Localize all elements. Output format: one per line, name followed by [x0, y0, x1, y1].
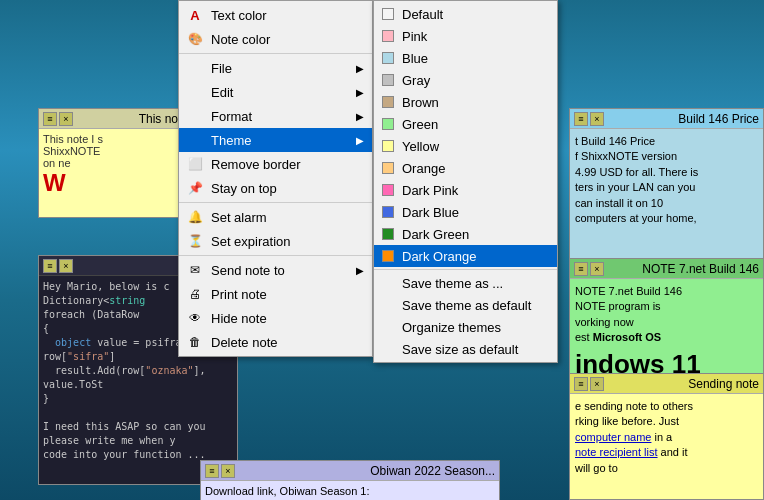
theme-pink[interactable]: Pink	[374, 25, 557, 47]
theme-default[interactable]: Default	[374, 3, 557, 25]
menu-item-stay-top[interactable]: 📌 Stay on top	[179, 176, 372, 200]
default-label: Default	[402, 7, 549, 22]
note-sending-title: Sending note	[688, 377, 759, 391]
blue-line4: ters in your LAN can you	[575, 180, 758, 195]
brown-label: Brown	[402, 95, 549, 110]
theme-gray[interactable]: Gray	[374, 69, 557, 91]
sending-line2: rking like before. Just	[575, 414, 758, 429]
theme-dark-green[interactable]: Dark Green	[374, 223, 557, 245]
save-default-label: Save theme as default	[402, 298, 549, 313]
dark-orange-label: Dark Orange	[402, 249, 549, 264]
theme-save-as[interactable]: Save theme as ...	[374, 272, 557, 294]
format-arrow-icon: ▶	[356, 111, 364, 122]
pink-label: Pink	[402, 29, 549, 44]
note-sending-close-btn[interactable]: ×	[590, 377, 604, 391]
pink-swatch	[382, 30, 394, 42]
note-sending-menu-btn[interactable]: ≡	[574, 377, 588, 391]
theme-save-default[interactable]: Save theme as default	[374, 294, 557, 316]
note-bottom-close-btn[interactable]: ×	[221, 464, 235, 478]
menu-item-set-expiration[interactable]: ⏳ Set expiration	[179, 229, 372, 253]
context-menu: A Text color 🎨 Note color File ▶ Edit ▶ …	[178, 0, 373, 357]
menu-item-edit[interactable]: Edit ▶	[179, 80, 372, 104]
remove-border-icon: ⬜	[187, 156, 203, 172]
menu-item-text-color[interactable]: A Text color	[179, 3, 372, 27]
note-sending-icons: ≡ ×	[574, 377, 604, 391]
theme-dark-blue[interactable]: Dark Blue	[374, 201, 557, 223]
theme-dark-pink[interactable]: Dark Pink	[374, 179, 557, 201]
blue-line1: t Build 146 Price	[575, 134, 758, 149]
note-content: This note I s ShixxNOTE on ne W	[39, 129, 192, 201]
note-bottom-title: Obiwan 2022 Season...	[370, 464, 495, 478]
note-sending-content: e sending note to others rking like befo…	[570, 394, 763, 481]
green-swatch	[382, 118, 394, 130]
green-line1: NOTE 7.net Build 146	[575, 284, 758, 299]
menu-sep-3	[179, 255, 372, 256]
menu-item-note-color[interactable]: 🎨 Note color	[179, 27, 372, 51]
green-line3: vorking now	[575, 315, 758, 330]
save-as-swatch	[382, 277, 394, 289]
note-green-titlebar: ≡ × NOTE 7.net Build 146	[570, 259, 763, 279]
green-label: Green	[402, 117, 549, 132]
green-line2: NOTE program is	[575, 299, 758, 314]
hide-note-label: Hide note	[211, 311, 364, 326]
note-bottom-titlebar: ≡ × Obiwan 2022 Season...	[201, 461, 499, 481]
edit-icon	[187, 84, 203, 100]
remove-border-label: Remove border	[211, 157, 364, 172]
note-green-content: NOTE 7.net Build 146 NOTE program is vor…	[570, 279, 763, 387]
save-as-label: Save theme as ...	[402, 276, 549, 291]
menu-item-send-note[interactable]: ✉ Send note to ▶	[179, 258, 372, 282]
sending-line1: e sending note to others	[575, 399, 758, 414]
note-code-icons: ≡ ×	[43, 259, 73, 273]
menu-item-format[interactable]: Format ▶	[179, 104, 372, 128]
format-icon	[187, 108, 203, 124]
note-bottom: ≡ × Obiwan 2022 Season... Download link,…	[200, 460, 500, 500]
note-color-label: Note color	[211, 32, 364, 47]
menu-item-theme[interactable]: Theme ▶	[179, 128, 372, 152]
theme-blue[interactable]: Blue	[374, 47, 557, 69]
note-blue-icons: ≡ ×	[574, 112, 604, 126]
note-close-btn[interactable]: ×	[59, 112, 73, 126]
note-brand: ShixxNOTE	[43, 145, 188, 157]
note-green-close-btn[interactable]: ×	[590, 262, 604, 276]
theme-dark-orange[interactable]: Dark Orange	[374, 245, 557, 267]
blue-line5: can install it on 10	[575, 196, 758, 211]
note-blue-titlebar: ≡ × Build 146 Price	[570, 109, 763, 129]
theme-brown[interactable]: Brown	[374, 91, 557, 113]
dark-green-swatch	[382, 228, 394, 240]
note-blue-content: t Build 146 Price f ShixxNOTE version 4.…	[570, 129, 763, 231]
menu-sep-1	[179, 53, 372, 54]
gray-swatch	[382, 74, 394, 86]
menu-item-print-note[interactable]: 🖨 Print note	[179, 282, 372, 306]
menu-item-delete-note[interactable]: 🗑 Delete note	[179, 330, 372, 354]
note-code-menu-btn[interactable]: ≡	[43, 259, 57, 273]
menu-item-remove-border[interactable]: ⬜ Remove border	[179, 152, 372, 176]
menu-item-file[interactable]: File ▶	[179, 56, 372, 80]
save-size-label: Save size as default	[402, 342, 549, 357]
theme-icon	[187, 132, 203, 148]
orange-swatch	[382, 162, 394, 174]
text-color-icon: A	[187, 7, 203, 23]
note-menu-btn[interactable]: ≡	[43, 112, 57, 126]
theme-green[interactable]: Green	[374, 113, 557, 135]
menu-item-set-alarm[interactable]: 🔔 Set alarm	[179, 205, 372, 229]
send-arrow-icon: ▶	[356, 265, 364, 276]
note-green-menu-btn[interactable]: ≡	[574, 262, 588, 276]
menu-item-hide-note[interactable]: 👁 Hide note	[179, 306, 372, 330]
theme-orange[interactable]: Orange	[374, 157, 557, 179]
edit-label: Edit	[211, 85, 348, 100]
print-icon: 🖨	[187, 286, 203, 302]
sending-line3: computer name in a	[575, 430, 758, 445]
hide-icon: 👁	[187, 310, 203, 326]
theme-save-size[interactable]: Save size as default	[374, 338, 557, 360]
note-bottom-menu-btn[interactable]: ≡	[205, 464, 219, 478]
note-sending: ≡ × Sending note e sending note to other…	[569, 373, 764, 500]
send-note-label: Send note to	[211, 263, 348, 278]
note-blue-menu-btn[interactable]: ≡	[574, 112, 588, 126]
note-yellow-top: ≡ × This note This note I s ShixxNOTE on…	[38, 108, 193, 218]
note-blue-close-btn[interactable]: ×	[590, 112, 604, 126]
note-code-close-btn[interactable]: ×	[59, 259, 73, 273]
theme-yellow[interactable]: Yellow	[374, 135, 557, 157]
orange-label: Orange	[402, 161, 549, 176]
theme-organize[interactable]: Organize themes	[374, 316, 557, 338]
note-sending-titlebar: ≡ × Sending note	[570, 374, 763, 394]
